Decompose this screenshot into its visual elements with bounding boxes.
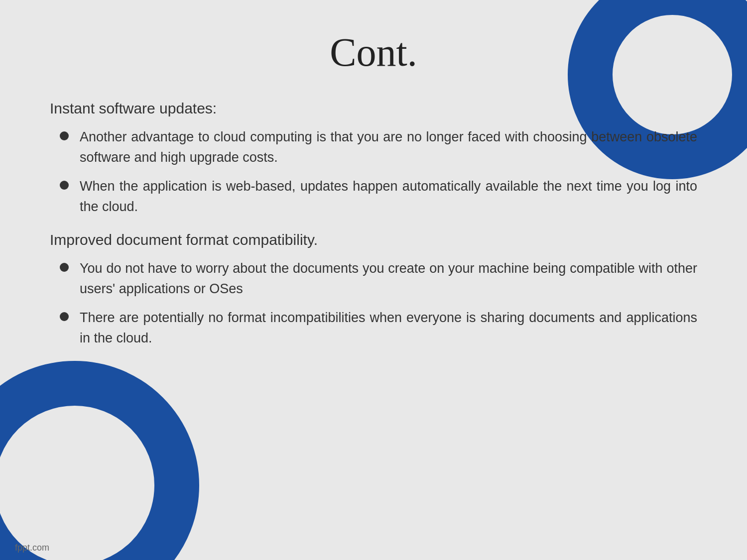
list-item: You do not have to worry about the docum… (60, 258, 697, 299)
list-item: Another advantage to cloud computing is … (60, 127, 697, 167)
list-item: There are potentially no format incompat… (60, 308, 697, 348)
bullet-icon-1 (60, 131, 69, 140)
section-heading-2: Improved document format compatibility. (50, 231, 697, 248)
list-item: When the application is web-based, updat… (60, 176, 697, 217)
bullet-icon-3 (60, 263, 69, 272)
bullet-icon-4 (60, 312, 69, 321)
bullet-text-2-2: There are potentially no format incompat… (80, 308, 697, 348)
watermark: fppt.com (15, 543, 49, 553)
bullet-list-1: Another advantage to cloud computing is … (50, 127, 697, 217)
section-heading-1: Instant software updates: (50, 100, 697, 117)
bullet-text-2-1: You do not have to worry about the docum… (80, 258, 697, 299)
slide-title: Cont. (50, 20, 697, 75)
bullet-text-1-1: Another advantage to cloud computing is … (80, 127, 697, 167)
bullet-list-2: You do not have to worry about the docum… (50, 258, 697, 348)
bullet-icon-2 (60, 181, 69, 190)
content-area: Cont. Instant software updates: Another … (0, 0, 747, 383)
bullet-text-1-2: When the application is web-based, updat… (80, 176, 697, 217)
slide: Cont. Instant software updates: Another … (0, 0, 747, 560)
